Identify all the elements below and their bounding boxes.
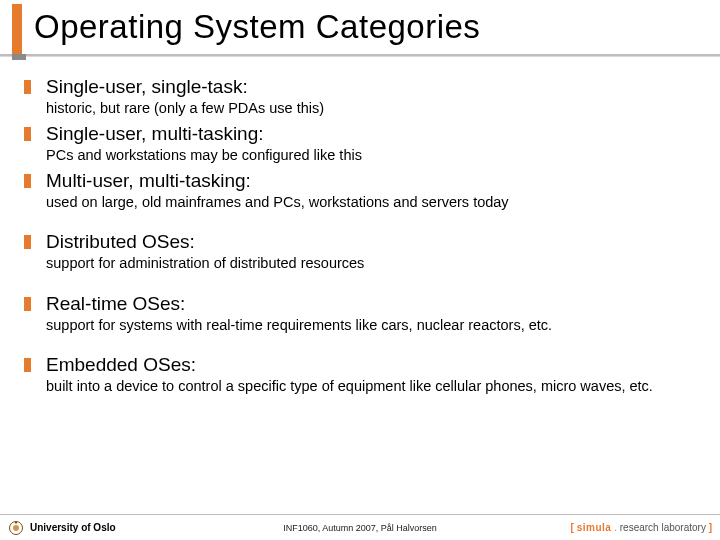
bracket-close: ] — [706, 522, 712, 533]
item-heading: Embedded OSes: — [46, 354, 704, 376]
list-item: Multi-user, multi-tasking: used on large… — [24, 170, 704, 211]
university-name: University of Oslo — [30, 522, 116, 533]
lab-simula: simula — [577, 522, 612, 533]
lab-name: [ simula . research laboratory ] — [571, 522, 712, 533]
list-item: Embedded OSes: built into a device to co… — [24, 354, 704, 395]
item-desc: support for systems with real-time requi… — [46, 316, 704, 334]
bullet-icon — [24, 358, 31, 372]
lab-rest: research laboratory — [620, 522, 706, 533]
item-desc: built into a device to control a specifi… — [46, 377, 704, 395]
title-underline — [0, 54, 720, 56]
list-item: Single-user, multi-tasking: PCs and work… — [24, 123, 704, 164]
bullet-icon — [24, 127, 31, 141]
svg-point-1 — [13, 525, 19, 531]
item-heading: Single-user, multi-tasking: — [46, 123, 704, 145]
item-desc: used on large, old mainframes and PCs, w… — [46, 193, 704, 211]
slide-body: Single-user, single-task: historic, but … — [24, 76, 704, 401]
item-heading: Multi-user, multi-tasking: — [46, 170, 704, 192]
title-tick — [12, 54, 26, 60]
bullet-icon — [24, 235, 31, 249]
item-heading: Distributed OSes: — [46, 231, 704, 253]
university-crest-icon — [8, 520, 24, 536]
bullet-icon — [24, 174, 31, 188]
list-item: Single-user, single-task: historic, but … — [24, 76, 704, 117]
footer: University of Oslo INF1060, Autumn 2007,… — [0, 514, 720, 540]
title-accent-bar — [12, 4, 22, 54]
list-item: Distributed OSes: support for administra… — [24, 231, 704, 272]
item-desc: historic, but rare (only a few PDAs use … — [46, 99, 704, 117]
slide: Operating System Categories Single-user,… — [0, 0, 720, 540]
svg-rect-2 — [15, 521, 17, 523]
item-desc: PCs and workstations may be configured l… — [46, 146, 704, 164]
bullet-icon — [24, 297, 31, 311]
lab-dot: . — [611, 522, 619, 533]
item-desc: support for administration of distribute… — [46, 254, 704, 272]
list-item: Real-time OSes: support for systems with… — [24, 293, 704, 334]
slide-title: Operating System Categories — [34, 8, 720, 46]
title-area: Operating System Categories — [0, 0, 720, 50]
course-info: INF1060, Autumn 2007, Pål Halvorsen — [283, 523, 437, 533]
item-heading: Single-user, single-task: — [46, 76, 704, 98]
bullet-icon — [24, 80, 31, 94]
item-heading: Real-time OSes: — [46, 293, 704, 315]
